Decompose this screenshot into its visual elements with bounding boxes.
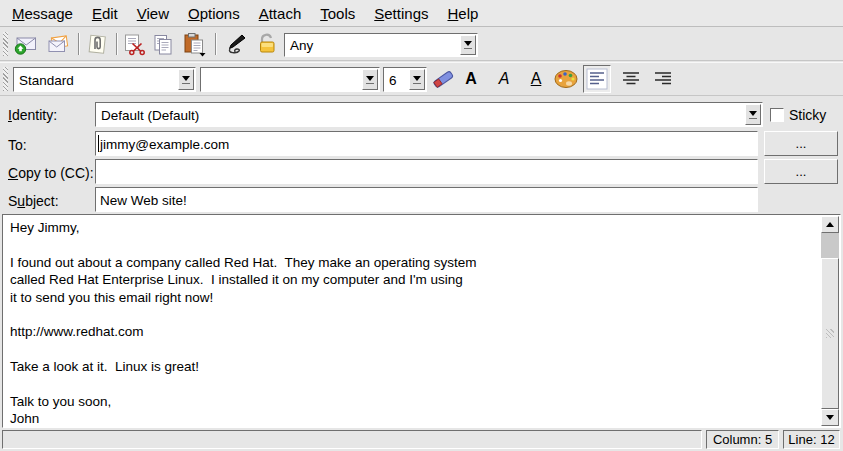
menu-bar: MessageEditViewOptionsAttachToolsSetting… — [0, 0, 843, 27]
menu-item-message[interactable]: Message — [12, 5, 73, 22]
editor-line — [10, 236, 821, 253]
chevron-down-icon — [460, 35, 476, 55]
eraser-icon — [430, 66, 456, 92]
cc-addressbook-button[interactable]: ... — [764, 159, 838, 184]
chevron-down-icon — [178, 69, 194, 90]
copy-button[interactable] — [150, 31, 176, 57]
attach-file-button[interactable] — [84, 31, 110, 57]
paragraph-style-value: Standard — [19, 72, 74, 87]
kmail-composer-window: MessageEditViewOptionsAttachToolsSetting… — [0, 0, 843, 451]
queue-button[interactable] — [45, 31, 71, 57]
paragraph-style-combo[interactable]: Standard — [13, 67, 196, 92]
italic-button[interactable]: A — [491, 66, 517, 92]
paste-icon — [181, 31, 207, 57]
sticky-checkbox[interactable] — [770, 108, 784, 122]
identity-combo[interactable]: Default (Default) — [95, 102, 763, 127]
font-family-combo[interactable] — [200, 67, 380, 92]
format-toolbar: Standard 6 A A A — [0, 62, 843, 96]
identity-label: Identity: — [8, 107, 57, 123]
font-size-combo[interactable]: 6 — [383, 67, 427, 92]
sticky-label: Sticky — [789, 107, 826, 123]
editor-line: http://www.redhat.com — [10, 323, 821, 340]
align-right-icon — [652, 68, 674, 90]
editor-line: Take a look at it. Linux is great! — [10, 358, 821, 375]
chevron-down-icon — [409, 69, 425, 90]
editor-line: I found out about a company called Red H… — [10, 254, 821, 271]
menu-item-options[interactable]: Options — [188, 5, 240, 22]
cut-button[interactable] — [121, 31, 147, 57]
underline-icon: A — [531, 70, 542, 88]
text-color-button[interactable] — [551, 66, 581, 92]
toolbar-separator — [116, 33, 118, 55]
sign-pen-icon — [222, 31, 248, 57]
bold-button[interactable]: A — [458, 66, 484, 92]
scrollbar-thumb[interactable] — [821, 258, 839, 409]
chevron-down-icon — [745, 104, 761, 125]
menu-item-edit[interactable]: Edit — [92, 5, 118, 22]
cc-label: Copy to (CC): — [8, 165, 94, 181]
status-line-indicator: Line: 12 — [783, 430, 840, 449]
status-column-indicator: Column: 5 — [706, 430, 779, 449]
text-caret — [98, 135, 99, 152]
underline-button[interactable]: A — [523, 66, 549, 92]
bold-icon: A — [465, 70, 477, 88]
attach-file-icon — [85, 32, 109, 56]
encrypt-message-button[interactable] — [254, 31, 280, 57]
scroll-up-button[interactable] — [821, 216, 839, 233]
align-left-icon — [586, 68, 608, 90]
editor-line: called Red Hat Enterprise Linux. I insta… — [10, 271, 821, 288]
text-color-palette-icon — [552, 66, 580, 92]
identity-value: Default (Default) — [101, 107, 199, 122]
menu-item-help[interactable]: Help — [447, 5, 478, 22]
cc-input[interactable] — [95, 159, 758, 184]
menu-item-tools[interactable]: Tools — [320, 5, 355, 22]
paste-button[interactable] — [181, 31, 207, 57]
editor-line — [10, 376, 821, 393]
to-label: To: — [8, 137, 27, 153]
crypto-format-combo[interactable]: Any — [284, 33, 478, 57]
editor-line: it to send you this email right now! — [10, 289, 821, 306]
to-value: jimmy@example.com — [100, 136, 229, 151]
editor-line — [10, 341, 821, 358]
toolbar-handle[interactable] — [3, 67, 8, 91]
editor-line: Hey Jimmy, — [10, 219, 821, 236]
crypto-format-value: Any — [290, 38, 313, 53]
menu-item-settings[interactable]: Settings — [374, 5, 428, 22]
send-mail-icon — [14, 32, 38, 56]
align-right-button[interactable] — [649, 65, 677, 93]
italic-icon: A — [499, 70, 510, 88]
subject-value: New Web site! — [100, 192, 187, 207]
encrypt-lock-icon — [254, 31, 280, 57]
editor-line: Talk to you soon, — [10, 393, 821, 410]
toolbar-separator — [78, 33, 80, 55]
status-bar: Column: 5 Line: 12 — [0, 428, 843, 451]
main-toolbar: Any — [0, 28, 843, 61]
menu-item-attach[interactable]: Attach — [259, 5, 302, 22]
scroll-down-button[interactable] — [821, 409, 839, 426]
editor-line: John — [10, 410, 821, 427]
align-left-button[interactable] — [583, 65, 611, 93]
status-message-panel — [2, 430, 702, 449]
to-addressbook-button[interactable]: ... — [764, 131, 838, 156]
sign-message-button[interactable] — [222, 31, 248, 57]
toolbar-separator — [215, 33, 217, 55]
toolbar-handle[interactable] — [3, 32, 8, 56]
send-button[interactable] — [13, 31, 39, 57]
editor-scrollbar[interactable] — [821, 216, 839, 426]
font-size-value: 6 — [389, 72, 397, 87]
copy-icon — [151, 32, 175, 56]
editor-text[interactable]: Hey Jimmy,I found out about a company ca… — [3, 215, 821, 427]
menu-item-view[interactable]: View — [137, 5, 169, 22]
to-input[interactable]: jimmy@example.com — [95, 131, 758, 156]
chevron-down-icon — [362, 69, 378, 90]
align-center-button[interactable] — [617, 65, 645, 93]
queue-mail-icon — [46, 32, 70, 56]
message-body-editor[interactable]: Hey Jimmy,I found out about a company ca… — [2, 214, 841, 428]
subject-input[interactable]: New Web site! — [95, 187, 758, 212]
editor-line — [10, 306, 821, 323]
cut-icon — [122, 32, 146, 56]
align-center-icon — [620, 68, 642, 90]
subject-label: Subject: — [8, 193, 59, 209]
remove-formatting-button[interactable] — [430, 66, 456, 92]
